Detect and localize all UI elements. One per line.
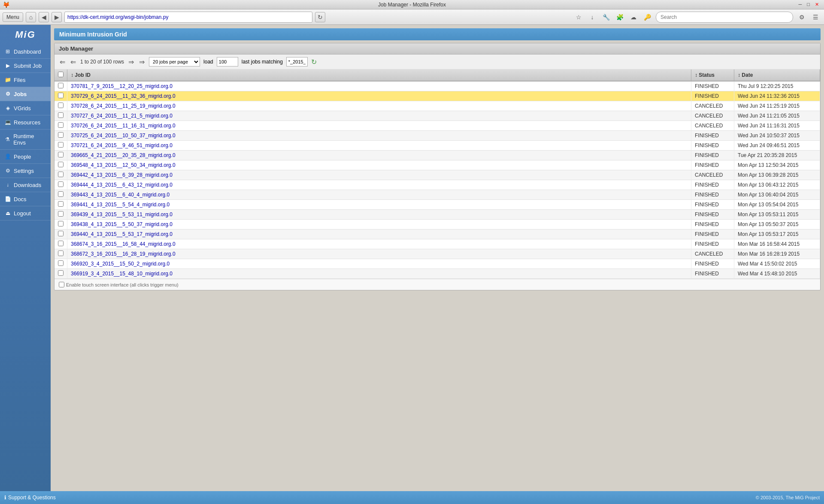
- sidebar-item-people[interactable]: 👤People: [0, 150, 51, 164]
- row-checkbox-6[interactable]: [58, 142, 64, 148]
- refresh-button[interactable]: ↻: [311, 58, 317, 66]
- table-row[interactable]: 369665_4_21_2015__20_35_28_migrid.org.0 …: [55, 151, 820, 160]
- bookmark-icon[interactable]: ☆: [573, 11, 585, 23]
- minimize-icon[interactable]: ─: [797, 2, 804, 7]
- lastpass-icon[interactable]: 🔑: [641, 11, 653, 23]
- row-jobid-15[interactable]: 369440_4_13_2015__5_53_17_migrid.org.0: [67, 229, 691, 239]
- filter-input[interactable]: [286, 57, 308, 66]
- sidebar-item-submit-job[interactable]: ▶Submit Job: [0, 59, 51, 73]
- search-input[interactable]: [656, 12, 793, 23]
- row-checkbox-5[interactable]: [58, 132, 64, 138]
- table-row[interactable]: 370721_6_24_2015__9_46_51_migrid.org.0 F…: [55, 141, 820, 151]
- row-checkbox-cell[interactable]: [55, 91, 67, 101]
- prev-page-button[interactable]: ⇐: [70, 58, 77, 66]
- table-row[interactable]: 370726_6_24_2015__11_16_31_migrid.org.0 …: [55, 121, 820, 131]
- row-checkbox-cell[interactable]: [55, 151, 67, 160]
- row-jobid-18[interactable]: 366920_3_4_2015__15_50_2_migrid.org.0: [67, 259, 691, 269]
- row-jobid-11[interactable]: 369443_4_13_2015__6_40_4_migrid.org.0: [67, 190, 691, 200]
- row-jobid-13[interactable]: 369439_4_13_2015__5_53_11_migrid.org.0: [67, 210, 691, 220]
- row-checkbox-cell[interactable]: [55, 229, 67, 239]
- job-link-3[interactable]: 370727_6_24_2015__11_21_5_migrid.org.0: [71, 113, 173, 119]
- job-link-1[interactable]: 370729_6_24_2015__11_32_36_migrid.org.0: [71, 93, 176, 99]
- next-page-button[interactable]: ⇒: [127, 58, 135, 66]
- menu-button[interactable]: Menu: [3, 12, 23, 22]
- sidebar-item-logout[interactable]: ⏏Logout: [0, 206, 51, 220]
- job-link-7[interactable]: 369665_4_21_2015__20_35_28_migrid.org.0: [71, 152, 176, 158]
- addon-icon[interactable]: 🧩: [614, 11, 626, 23]
- row-jobid-16[interactable]: 368674_3_16_2015__16_58_44_migrid.org.0: [67, 239, 691, 249]
- job-link-9[interactable]: 369442_4_13_2015__6_39_28_migrid.org.0: [71, 172, 173, 178]
- table-row[interactable]: 369442_4_13_2015__6_39_28_migrid.org.0 C…: [55, 170, 820, 180]
- sidebar-item-docs[interactable]: 📄Docs: [0, 192, 51, 206]
- row-checkbox-cell[interactable]: [55, 220, 67, 229]
- row-checkbox-0[interactable]: [58, 83, 64, 88]
- table-row[interactable]: 369439_4_13_2015__5_53_11_migrid.org.0 F…: [55, 210, 820, 220]
- row-checkbox-cell[interactable]: [55, 111, 67, 121]
- tools-icon[interactable]: 🔧: [600, 11, 612, 23]
- row-checkbox-cell[interactable]: [55, 121, 67, 131]
- row-checkbox-4[interactable]: [58, 122, 64, 128]
- table-row[interactable]: 368672_3_16_2015__16_28_19_migrid.org.0 …: [55, 249, 820, 259]
- sidebar-item-downloads[interactable]: ↓Downloads: [0, 178, 51, 192]
- table-row[interactable]: 370729_6_24_2015__11_32_36_migrid.org.0 …: [55, 91, 820, 101]
- row-checkbox-cell[interactable]: [55, 239, 67, 249]
- sidebar-item-dashboard[interactable]: ⊞Dashboard: [0, 45, 51, 59]
- select-all-header[interactable]: [55, 69, 67, 81]
- touch-interface-checkbox[interactable]: [59, 282, 64, 287]
- row-checkbox-cell[interactable]: [55, 249, 67, 259]
- table-row[interactable]: 370727_6_24_2015__11_21_5_migrid.org.0 C…: [55, 111, 820, 121]
- dev-icon[interactable]: ⚙: [796, 11, 808, 23]
- back-button[interactable]: ◀: [39, 12, 49, 22]
- table-row[interactable]: 369548_4_13_2015__12_50_34_migrid.org.0 …: [55, 160, 820, 170]
- table-row[interactable]: 366920_3_4_2015__15_50_2_migrid.org.0 FI…: [55, 259, 820, 269]
- row-jobid-19[interactable]: 366919_3_4_2015__15_48_10_migrid.org.0: [67, 269, 691, 279]
- sidebar-item-resources[interactable]: 💻Resources: [0, 115, 51, 130]
- row-checkbox-cell[interactable]: [55, 190, 67, 200]
- job-link-2[interactable]: 370728_6_24_2015__11_25_19_migrid.org.0: [71, 103, 176, 109]
- job-link-8[interactable]: 369548_4_13_2015__12_50_34_migrid.org.0: [71, 162, 176, 168]
- row-checkbox-cell[interactable]: [55, 101, 67, 111]
- job-link-17[interactable]: 368672_3_16_2015__16_28_19_migrid.org.0: [71, 251, 176, 257]
- row-checkbox-7[interactable]: [58, 152, 64, 157]
- row-checkbox-17[interactable]: [58, 250, 64, 256]
- table-row[interactable]: 369440_4_13_2015__5_53_17_migrid.org.0 F…: [55, 229, 820, 239]
- home-button[interactable]: ⌂: [26, 12, 36, 22]
- row-jobid-5[interactable]: 370725_6_24_2015__10_50_37_migrid.org.0: [67, 131, 691, 141]
- row-checkbox-1[interactable]: [58, 93, 64, 98]
- date-column-header[interactable]: ↕ Date: [734, 69, 820, 81]
- job-link-13[interactable]: 369439_4_13_2015__5_53_11_migrid.org.0: [71, 211, 173, 217]
- table-row[interactable]: 370781_7_9_2015__12_20_25_migrid.org.0 F…: [55, 81, 820, 91]
- row-checkbox-11[interactable]: [58, 191, 64, 197]
- table-row[interactable]: 369444_4_13_2015__6_43_12_migrid.org.0 F…: [55, 180, 820, 190]
- row-jobid-17[interactable]: 368672_3_16_2015__16_28_19_migrid.org.0: [67, 249, 691, 259]
- table-row[interactable]: 368674_3_16_2015__16_58_44_migrid.org.0 …: [55, 239, 820, 249]
- row-checkbox-cell[interactable]: [55, 170, 67, 180]
- job-link-0[interactable]: 370781_7_9_2015__12_20_25_migrid.org.0: [71, 83, 173, 89]
- row-checkbox-cell[interactable]: [55, 81, 67, 91]
- row-jobid-7[interactable]: 369665_4_21_2015__20_35_28_migrid.org.0: [67, 151, 691, 160]
- jobid-column-header[interactable]: ↕ Job ID: [67, 69, 691, 81]
- row-checkbox-10[interactable]: [58, 181, 64, 187]
- sidebar-item-settings[interactable]: ⚙Settings: [0, 164, 51, 178]
- table-row[interactable]: 369443_4_13_2015__6_40_4_migrid.org.0 FI…: [55, 190, 820, 200]
- select-all-checkbox[interactable]: [58, 72, 64, 77]
- row-checkbox-cell[interactable]: [55, 210, 67, 220]
- job-link-18[interactable]: 366920_3_4_2015__15_50_2_migrid.org.0: [71, 261, 170, 267]
- row-checkbox-12[interactable]: [58, 201, 64, 207]
- support-link[interactable]: ℹ Support & Questions: [4, 495, 56, 501]
- last-page-button[interactable]: ⇒: [138, 58, 145, 66]
- row-jobid-2[interactable]: 370728_6_24_2015__11_25_19_migrid.org.0: [67, 101, 691, 111]
- sidebar-item-files[interactable]: 📁Files: [0, 73, 51, 87]
- row-jobid-8[interactable]: 369548_4_13_2015__12_50_34_migrid.org.0: [67, 160, 691, 170]
- job-link-14[interactable]: 369438_4_13_2015__5_50_37_migrid.org.0: [71, 221, 173, 227]
- per-page-select[interactable]: 20 jobs per page50 jobs per page100 jobs…: [149, 57, 200, 66]
- row-jobid-1[interactable]: 370729_6_24_2015__11_32_36_migrid.org.0: [67, 91, 691, 101]
- row-checkbox-8[interactable]: [58, 162, 64, 167]
- row-checkbox-cell[interactable]: [55, 269, 67, 279]
- row-checkbox-9[interactable]: [58, 172, 64, 177]
- row-jobid-6[interactable]: 370721_6_24_2015__9_46_51_migrid.org.0: [67, 141, 691, 151]
- sidebar-item-runtime-envs[interactable]: ⚗Runtime Envs: [0, 130, 51, 150]
- job-link-15[interactable]: 369440_4_13_2015__5_53_17_migrid.org.0: [71, 231, 173, 237]
- row-jobid-0[interactable]: 370781_7_9_2015__12_20_25_migrid.org.0: [67, 81, 691, 91]
- reload-button[interactable]: ↻: [315, 12, 325, 22]
